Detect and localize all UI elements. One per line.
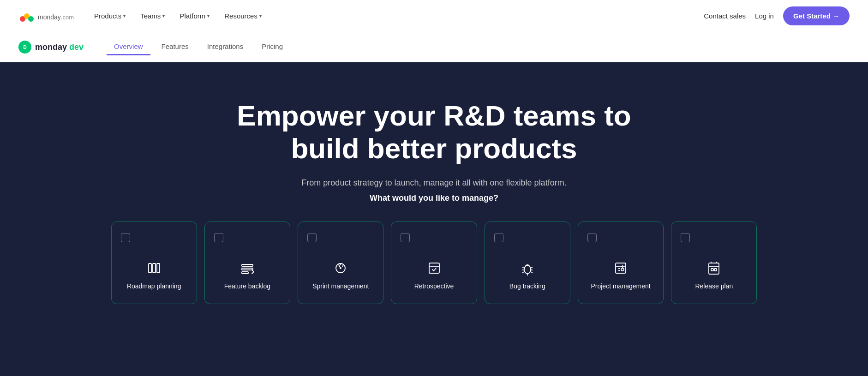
roadmap-icon xyxy=(121,261,187,275)
tab-integrations[interactable]: Integrations xyxy=(200,39,251,55)
nav-products[interactable]: Products ▾ xyxy=(89,8,131,24)
bug-icon xyxy=(494,261,561,275)
svg-point-17 xyxy=(524,265,531,274)
project-icon xyxy=(587,261,654,275)
nav-right: Contact sales Log in Get Started → xyxy=(704,6,850,25)
card-checkbox xyxy=(401,233,410,242)
hero-question: What would you like to manage? xyxy=(370,193,498,203)
sub-navigation: D monday dev Overview Features Integrati… xyxy=(0,32,868,62)
card-label: Release plan xyxy=(681,282,747,291)
svg-rect-10 xyxy=(242,272,248,274)
sub-logo[interactable]: D monday dev xyxy=(18,41,84,54)
svg-text:D: D xyxy=(23,45,26,50)
nav-platform[interactable]: Platform ▾ xyxy=(174,8,215,24)
nav-teams[interactable]: Teams ▾ xyxy=(135,8,170,24)
card-label: Retrospective xyxy=(401,282,467,291)
svg-point-27 xyxy=(621,268,624,271)
svg-line-14 xyxy=(342,265,344,267)
svg-line-21 xyxy=(531,267,533,268)
chevron-down-icon: ▾ xyxy=(162,13,165,18)
svg-line-23 xyxy=(531,272,533,273)
svg-rect-9 xyxy=(242,268,253,270)
sub-nav-links: Overview Features Integrations Pricing xyxy=(107,39,290,55)
release-icon xyxy=(681,261,747,275)
top-navigation: monday.com Products ▾ Teams ▾ Platform ▾… xyxy=(0,0,868,32)
hero-section: Empower your R&D teams to build better p… xyxy=(0,62,868,376)
login-link[interactable]: Log in xyxy=(755,12,774,20)
chevron-down-icon: ▾ xyxy=(259,13,262,18)
svg-rect-7 xyxy=(157,263,160,273)
hero-title: Empower your R&D teams to build better p… xyxy=(227,99,642,165)
logo[interactable]: monday.com xyxy=(18,8,74,24)
monday-logo-icon xyxy=(18,8,35,24)
chevron-down-icon: ▾ xyxy=(207,13,210,18)
svg-rect-34 xyxy=(711,269,713,271)
card-retrospective[interactable]: Retrospective xyxy=(391,221,477,305)
card-checkbox xyxy=(121,233,130,242)
svg-rect-8 xyxy=(242,264,253,266)
svg-rect-30 xyxy=(709,263,719,274)
sprint-icon xyxy=(307,261,374,275)
svg-rect-5 xyxy=(149,263,151,273)
nav-resources[interactable]: Resources ▾ xyxy=(219,8,267,24)
svg-rect-25 xyxy=(616,263,626,273)
chevron-down-icon: ▾ xyxy=(123,13,126,18)
nav-left: monday.com Products ▾ Teams ▾ Platform ▾… xyxy=(18,8,267,24)
nav-links: Products ▾ Teams ▾ Platform ▾ Resources … xyxy=(89,8,267,24)
tab-features[interactable]: Features xyxy=(154,39,196,55)
dev-icon-svg: D xyxy=(21,43,29,51)
card-checkbox xyxy=(587,233,597,242)
card-label: Project management xyxy=(587,282,654,291)
card-label: Sprint management xyxy=(307,282,374,291)
card-label: Roadmap planning xyxy=(121,282,187,291)
tab-overview[interactable]: Overview xyxy=(107,39,150,55)
tab-pricing[interactable]: Pricing xyxy=(254,39,290,55)
card-bug-tracking[interactable]: Bug tracking xyxy=(485,221,570,305)
feature-cards-grid: Roadmap planning Feature backlog xyxy=(111,221,757,305)
logo-text: monday.com xyxy=(38,10,74,22)
contact-sales-link[interactable]: Contact sales xyxy=(704,12,746,20)
svg-rect-15 xyxy=(429,263,439,273)
card-release-plan[interactable]: Release plan xyxy=(671,221,757,305)
svg-point-2 xyxy=(28,16,34,22)
svg-rect-6 xyxy=(153,263,156,273)
backlog-icon xyxy=(214,261,281,275)
retrospective-icon xyxy=(401,261,467,275)
card-roadmap-planning[interactable]: Roadmap planning xyxy=(111,221,197,305)
sub-logo-text: monday dev xyxy=(35,42,84,52)
card-feature-backlog[interactable]: Feature backlog xyxy=(204,221,290,305)
card-checkbox xyxy=(494,233,503,242)
card-sprint-management[interactable]: Sprint management xyxy=(298,221,383,305)
hero-subtitle: From product strategy to launch, manage … xyxy=(301,178,566,188)
svg-line-20 xyxy=(522,272,524,273)
card-checkbox xyxy=(681,233,690,242)
get-started-button[interactable]: Get Started → xyxy=(783,6,850,25)
svg-rect-35 xyxy=(714,269,717,271)
svg-line-18 xyxy=(522,267,524,268)
card-checkbox xyxy=(307,233,317,242)
monday-dev-icon: D xyxy=(18,41,31,54)
card-label: Bug tracking xyxy=(494,282,561,291)
card-project-management[interactable]: Project management xyxy=(578,221,664,305)
card-label: Feature backlog xyxy=(214,282,281,291)
card-checkbox xyxy=(214,233,223,242)
